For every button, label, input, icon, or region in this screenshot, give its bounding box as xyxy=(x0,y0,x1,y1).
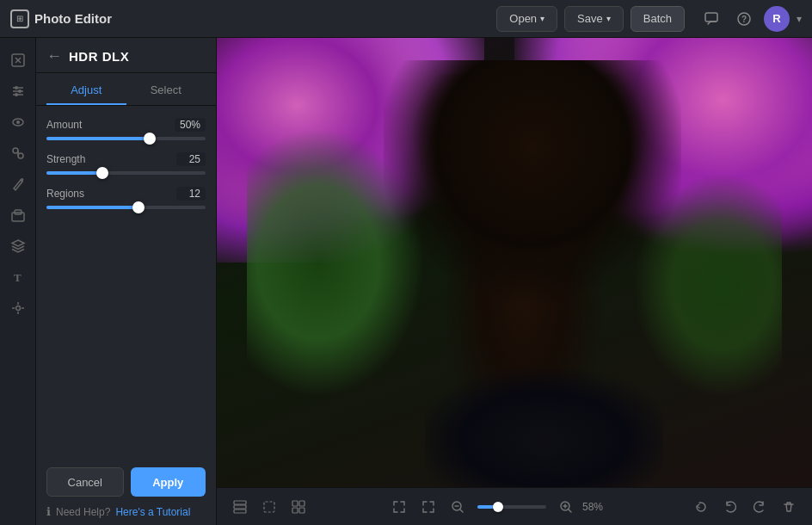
zoom-group: 58% xyxy=(386,494,613,520)
canvas-image xyxy=(217,38,812,487)
zoom-in-button[interactable] xyxy=(553,494,579,520)
avatar-chevron-icon[interactable]: ▾ xyxy=(797,13,802,25)
svg-rect-30 xyxy=(299,501,304,506)
sidebar-icon-effects[interactable] xyxy=(4,139,32,167)
svg-rect-27 xyxy=(234,510,246,513)
user-avatar[interactable]: R xyxy=(764,6,790,32)
sidebar-icon-eye[interactable] xyxy=(4,108,32,136)
cancel-button[interactable]: Cancel xyxy=(46,467,124,497)
tab-adjust[interactable]: Adjust xyxy=(46,77,126,105)
info-icon: ℹ xyxy=(46,505,51,518)
topbar: ⊞ Photo Editor Open ▾ Save ▾ Batch ? R ▾ xyxy=(0,0,812,38)
svg-point-15 xyxy=(18,153,23,158)
regions-value: 12 xyxy=(176,187,206,201)
sliders-area: Amount 50% Strength 25 xyxy=(36,106,216,464)
tab-select[interactable]: Select xyxy=(126,77,206,105)
trash-button[interactable] xyxy=(776,494,802,520)
amount-track[interactable] xyxy=(46,137,206,140)
zoom-percent: 58% xyxy=(582,501,613,513)
help-link[interactable]: Here's a Tutorial xyxy=(115,506,190,518)
strength-label: Strength xyxy=(46,153,85,165)
svg-point-9 xyxy=(15,86,18,90)
grid-view-button[interactable] xyxy=(286,494,311,520)
strength-value: 25 xyxy=(176,152,206,166)
sidebar-icon-gallery[interactable] xyxy=(4,201,32,229)
sidebar-icons: T xyxy=(0,38,36,525)
amount-value: 50% xyxy=(175,118,206,132)
svg-rect-25 xyxy=(234,501,246,504)
sidebar-icon-sliders[interactable] xyxy=(4,77,32,105)
sidebar-icon-misc[interactable] xyxy=(4,294,32,322)
comment-button[interactable] xyxy=(698,6,724,32)
sidebar-icon-layers[interactable] xyxy=(4,232,32,260)
undo-button[interactable] xyxy=(717,494,743,520)
sidebar-icon-paint[interactable] xyxy=(4,170,32,198)
adjustment-panel: ← HDR DLX Adjust Select Amount 50% xyxy=(36,38,217,525)
batch-button[interactable]: Batch xyxy=(631,6,685,32)
panel-title: HDR DLX xyxy=(69,49,129,64)
open-button[interactable]: Open ▾ xyxy=(496,6,557,32)
svg-point-20 xyxy=(15,306,20,311)
svg-rect-26 xyxy=(234,505,246,509)
svg-rect-28 xyxy=(264,502,274,512)
redo-button[interactable] xyxy=(747,494,772,520)
help-text: Need Help? xyxy=(56,506,110,518)
slider-strength: Strength 25 xyxy=(46,152,206,175)
regions-label: Regions xyxy=(46,188,84,200)
svg-rect-32 xyxy=(299,508,304,513)
logo-icon: ⊞ xyxy=(10,9,29,28)
fit-button[interactable] xyxy=(386,494,412,520)
save-button[interactable]: Save ▾ xyxy=(564,6,624,32)
canvas-area: 58% xyxy=(217,38,812,525)
zoom-out-button[interactable] xyxy=(445,494,471,520)
svg-point-13 xyxy=(16,120,20,124)
svg-line-39 xyxy=(569,510,571,512)
svg-point-14 xyxy=(13,148,18,153)
view-mode-group xyxy=(227,494,311,520)
svg-text:T: T xyxy=(14,271,22,284)
sidebar-icon-cursor[interactable] xyxy=(4,46,32,74)
open-chevron-icon: ▾ xyxy=(540,14,544,23)
save-chevron-icon: ▾ xyxy=(606,14,611,23)
svg-rect-0 xyxy=(705,13,717,22)
panel-header: ← HDR DLX xyxy=(36,38,216,73)
app-logo: ⊞ Photo Editor xyxy=(10,9,112,28)
history-group xyxy=(688,494,802,520)
restore-button[interactable] xyxy=(688,494,714,520)
svg-line-35 xyxy=(460,510,463,512)
crop-view-button[interactable] xyxy=(256,494,282,520)
zoom-slider-track[interactable] xyxy=(477,505,546,509)
back-button[interactable]: ← xyxy=(46,48,62,64)
apply-button[interactable]: Apply xyxy=(131,467,206,497)
main-area: T ← HDR DLX Adjust Select Amount 50% xyxy=(0,38,812,525)
help-button[interactable]: ? xyxy=(731,6,757,32)
topbar-right: ? R ▾ xyxy=(698,6,802,32)
panel-tabs: Adjust Select xyxy=(36,77,216,106)
strength-track[interactable] xyxy=(46,171,206,175)
app-title: Photo Editor xyxy=(34,11,112,26)
svg-rect-31 xyxy=(292,508,298,513)
panel-buttons: Cancel Apply xyxy=(36,467,216,497)
svg-point-11 xyxy=(15,93,18,96)
regions-track[interactable] xyxy=(46,206,206,209)
slider-regions: Regions 12 xyxy=(46,187,206,209)
svg-rect-29 xyxy=(292,501,298,506)
bottombar: 58% xyxy=(217,487,812,525)
slider-amount: Amount 50% xyxy=(46,118,206,140)
layers-view-button[interactable] xyxy=(227,494,253,520)
amount-label: Amount xyxy=(46,119,82,131)
sidebar-icon-text[interactable]: T xyxy=(4,263,32,291)
panel-help: ℹ Need Help? Here's a Tutorial xyxy=(36,497,216,518)
expand-button[interactable] xyxy=(415,494,441,520)
svg-text:?: ? xyxy=(741,15,747,24)
svg-point-10 xyxy=(18,90,22,93)
